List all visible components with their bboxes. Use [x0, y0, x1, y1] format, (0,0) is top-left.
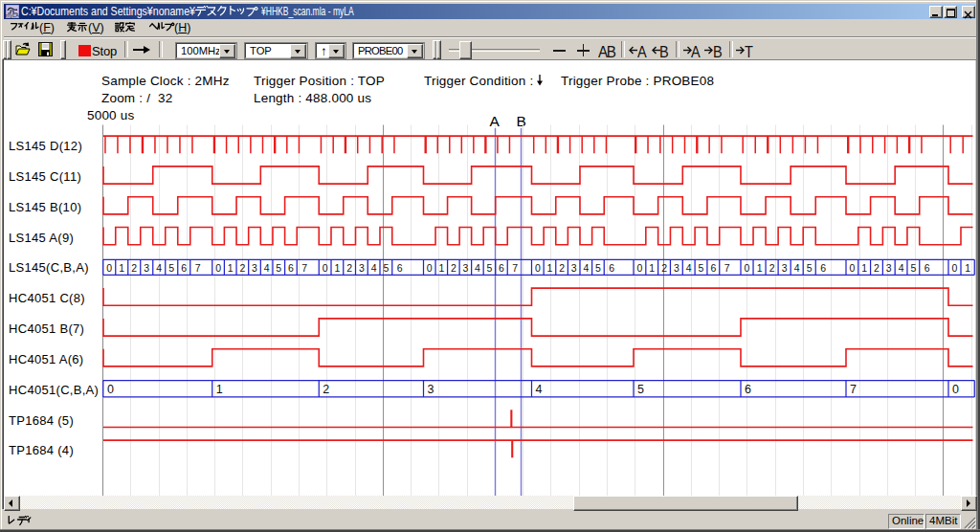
svg-text:2: 2 — [559, 262, 565, 274]
svg-text:0: 0 — [952, 383, 959, 396]
svg-text:5: 5 — [276, 262, 281, 274]
svg-text:1: 1 — [334, 262, 340, 274]
svg-text:1: 1 — [547, 262, 553, 274]
svg-text:3: 3 — [428, 383, 434, 396]
svg-text:5: 5 — [487, 262, 493, 274]
svg-text:5: 5 — [637, 383, 644, 396]
svg-text:5: 5 — [383, 262, 389, 274]
svg-text:3: 3 — [252, 262, 257, 274]
svg-text:0: 0 — [106, 262, 112, 274]
svg-text:6: 6 — [288, 262, 294, 274]
svg-text:5: 5 — [168, 262, 174, 274]
svg-text:3: 3 — [571, 262, 577, 274]
svg-text:0: 0 — [215, 262, 221, 274]
svg-text:6: 6 — [924, 262, 930, 274]
svg-text:0: 0 — [323, 262, 328, 274]
svg-text:1: 1 — [649, 262, 655, 274]
svg-text:4: 4 — [794, 262, 800, 274]
svg-text:5: 5 — [699, 262, 704, 274]
svg-text:4: 4 — [156, 262, 162, 274]
svg-text:3: 3 — [782, 262, 788, 274]
svg-text:6: 6 — [745, 383, 751, 396]
svg-text:3: 3 — [886, 262, 892, 274]
svg-text:0: 0 — [107, 383, 114, 396]
svg-text:7: 7 — [195, 262, 201, 274]
svg-text:6: 6 — [499, 262, 504, 274]
svg-text:0: 0 — [745, 262, 750, 274]
svg-text:7: 7 — [850, 383, 857, 396]
svg-text:2: 2 — [239, 262, 245, 274]
svg-text:2: 2 — [661, 262, 667, 274]
svg-text:0: 0 — [636, 262, 642, 274]
svg-text:4: 4 — [475, 262, 480, 274]
svg-text:1: 1 — [228, 262, 234, 274]
svg-text:1: 1 — [119, 262, 124, 274]
svg-text:2: 2 — [131, 262, 137, 274]
svg-text:3: 3 — [462, 262, 468, 274]
svg-text:6: 6 — [710, 262, 716, 274]
svg-text:2: 2 — [874, 262, 880, 274]
svg-text:2: 2 — [451, 262, 457, 274]
svg-text:4: 4 — [686, 262, 692, 274]
svg-text:0: 0 — [849, 262, 855, 274]
svg-text:4: 4 — [371, 262, 377, 274]
svg-text:1: 1 — [861, 262, 867, 274]
svg-text:6: 6 — [397, 262, 403, 274]
svg-text:4: 4 — [264, 262, 270, 274]
svg-text:3: 3 — [359, 262, 365, 274]
svg-text:1: 1 — [965, 262, 970, 274]
svg-text:6: 6 — [609, 262, 614, 274]
svg-text:1: 1 — [438, 262, 444, 274]
svg-text:2: 2 — [769, 262, 775, 274]
svg-text:0: 0 — [535, 262, 541, 274]
svg-text:6: 6 — [820, 262, 826, 274]
svg-text:3: 3 — [144, 262, 149, 274]
svg-text:4: 4 — [899, 262, 904, 274]
svg-text:5: 5 — [807, 262, 813, 274]
svg-text:2: 2 — [346, 262, 352, 274]
svg-text:5: 5 — [910, 262, 916, 274]
svg-text:1: 1 — [757, 262, 763, 274]
svg-text:1: 1 — [216, 383, 223, 396]
svg-text:4: 4 — [583, 262, 589, 274]
svg-text:0: 0 — [952, 262, 958, 274]
svg-text:7: 7 — [724, 262, 730, 274]
svg-text:7: 7 — [512, 262, 518, 274]
svg-text:3: 3 — [674, 262, 679, 274]
svg-text:7: 7 — [301, 262, 307, 274]
svg-text:2: 2 — [323, 383, 329, 396]
svg-text:6: 6 — [181, 262, 187, 274]
svg-text:5: 5 — [595, 262, 601, 274]
svg-text:0: 0 — [427, 262, 433, 274]
svg-text:4: 4 — [536, 383, 543, 396]
